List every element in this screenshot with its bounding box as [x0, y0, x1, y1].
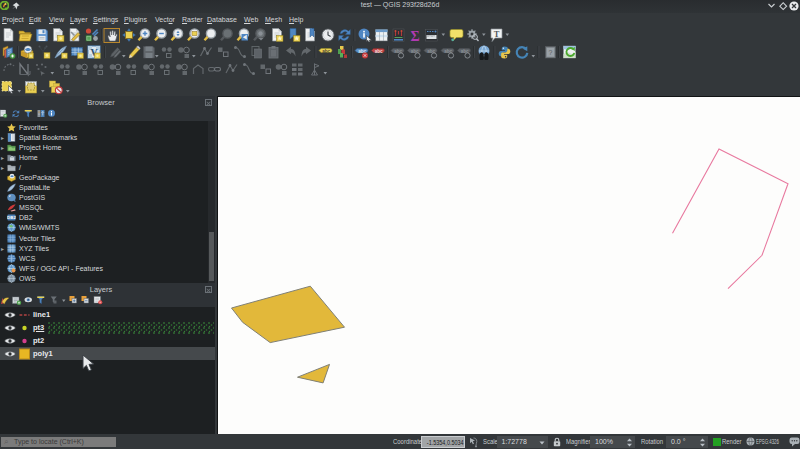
svg-text:T: T	[494, 29, 500, 39]
svg-text:abc: abc	[322, 49, 330, 54]
svg-text:Σ: Σ	[410, 29, 419, 44]
svg-text:?: ?	[549, 49, 553, 56]
svg-text:abc: abc	[375, 49, 383, 54]
svg-text:DB2: DB2	[7, 216, 16, 221]
